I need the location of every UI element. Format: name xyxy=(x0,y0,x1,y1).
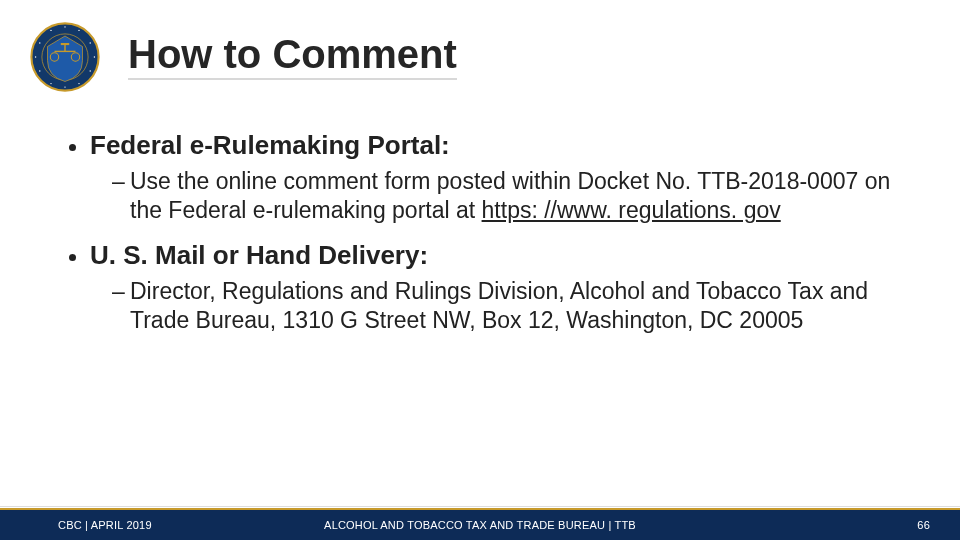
sub-text: Director, Regulations and Rulings Divisi… xyxy=(130,278,868,333)
content: Federal e-Rulemaking Portal: Use the onl… xyxy=(60,130,920,350)
svg-rect-2 xyxy=(61,43,69,45)
slide: How to Comment Federal e-Rulemaking Port… xyxy=(0,0,960,540)
bullet-label: U. S. Mail or Hand Delivery: xyxy=(90,240,428,270)
svg-point-10 xyxy=(39,42,40,43)
footer: CBC | APRIL 2019 ALCOHOL AND TOBACCO TAX… xyxy=(0,510,960,540)
svg-point-11 xyxy=(90,42,91,43)
svg-point-16 xyxy=(50,83,51,84)
slide-title: How to Comment xyxy=(128,34,457,80)
bullet-mail: U. S. Mail or Hand Delivery: Director, R… xyxy=(90,240,920,336)
footer-left: CBC | APRIL 2019 xyxy=(58,519,152,531)
svg-point-15 xyxy=(90,70,91,71)
sub-bullet-mail: Director, Regulations and Rulings Divisi… xyxy=(112,277,920,336)
bullet-label: Federal e-Rulemaking Portal: xyxy=(90,130,450,160)
svg-point-9 xyxy=(78,30,79,31)
svg-point-17 xyxy=(78,83,79,84)
sub-bullet-portal: Use the online comment form posted withi… xyxy=(112,167,920,226)
svg-point-13 xyxy=(94,56,95,57)
svg-point-8 xyxy=(50,30,51,31)
regulations-gov-link[interactable]: https: //www. regulations. gov xyxy=(482,197,781,223)
svg-point-18 xyxy=(64,86,65,87)
header: How to Comment xyxy=(30,22,457,92)
agency-seal-icon xyxy=(30,22,100,92)
footer-page-number: 66 xyxy=(917,519,930,531)
svg-point-7 xyxy=(64,26,65,27)
bullet-portal: Federal e-Rulemaking Portal: Use the onl… xyxy=(90,130,920,226)
footer-divider-light xyxy=(0,506,960,507)
svg-point-14 xyxy=(39,70,40,71)
svg-point-12 xyxy=(35,56,36,57)
